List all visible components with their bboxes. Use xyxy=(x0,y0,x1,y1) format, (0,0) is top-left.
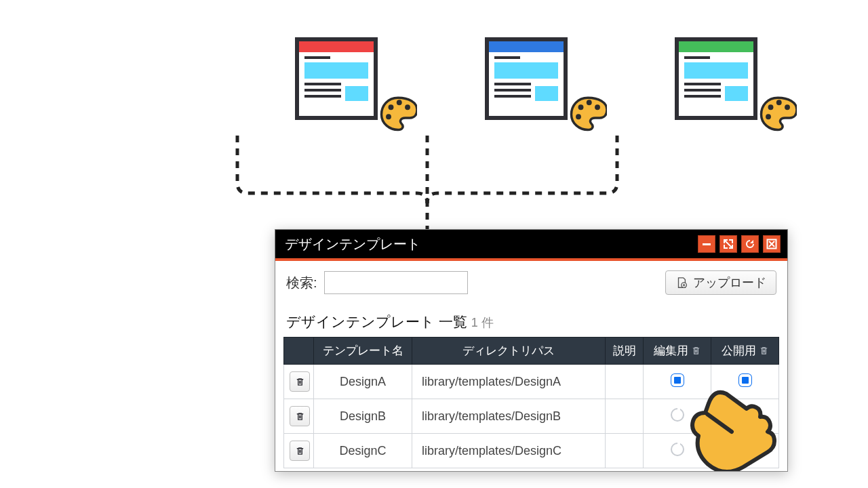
palette-icon xyxy=(569,94,607,132)
search-label: 検索: xyxy=(286,274,317,292)
table-row: DesignA library/templates/DesignA xyxy=(284,365,779,399)
search-input[interactable] xyxy=(324,271,468,294)
list-count-value: 1 xyxy=(471,316,478,329)
cell-description xyxy=(606,434,644,468)
trash-icon xyxy=(295,377,305,387)
template-thumbnail xyxy=(295,37,397,120)
svg-rect-12 xyxy=(703,243,711,245)
templates-table: テンプレート名 ディレクトリパス 説明 編集用 公開用 xyxy=(283,337,779,468)
row-delete-button[interactable] xyxy=(290,441,310,461)
edit-radio[interactable] xyxy=(671,374,684,386)
col-name: テンプレート名 xyxy=(314,338,412,365)
trash-icon xyxy=(295,446,305,456)
svg-point-5 xyxy=(587,100,592,105)
edit-radio[interactable] xyxy=(671,443,684,456)
svg-point-9 xyxy=(776,100,782,105)
svg-point-4 xyxy=(578,104,584,110)
expand-icon xyxy=(723,239,734,249)
minimize-icon xyxy=(701,239,712,249)
cell-directory-path: library/templates/DesignC xyxy=(412,434,606,468)
publish-radio[interactable] xyxy=(738,443,752,456)
list-heading: デザインテンプレート 一覧 1 件 xyxy=(275,299,787,337)
svg-point-10 xyxy=(785,104,790,110)
cell-directory-path: library/templates/DesignA xyxy=(412,365,606,399)
window-close-button[interactable] xyxy=(763,235,781,253)
trash-icon xyxy=(295,411,305,422)
col-path: ディレクトリパス xyxy=(412,338,606,365)
table-row: DesignC library/templates/DesignC xyxy=(284,434,779,468)
template-thumbnails xyxy=(295,37,776,120)
refresh-icon xyxy=(745,239,755,249)
table-row: DesignB library/templates/DesignB xyxy=(284,399,779,434)
col-delete xyxy=(284,338,314,365)
col-edit: 編集用 xyxy=(644,338,711,365)
col-desc: 説明 xyxy=(606,338,644,365)
template-thumbnail xyxy=(485,37,587,120)
cell-template-name: DesignA xyxy=(314,365,412,399)
col-publish: 公開用 xyxy=(711,338,779,365)
svg-point-1 xyxy=(397,100,402,105)
svg-point-6 xyxy=(595,104,600,110)
svg-point-2 xyxy=(405,104,410,110)
cell-template-name: DesignB xyxy=(314,399,412,434)
svg-point-3 xyxy=(386,114,391,119)
cell-template-name: DesignC xyxy=(314,434,412,468)
publish-radio[interactable] xyxy=(739,374,751,386)
upload-button[interactable]: アップロード xyxy=(665,270,776,295)
trash-icon xyxy=(759,346,769,356)
window-titlebar: デザインテンプレート xyxy=(275,230,787,258)
cell-description xyxy=(606,365,644,399)
publish-radio[interactable] xyxy=(738,408,752,422)
list-count-suffix: 件 xyxy=(481,316,494,329)
template-thumbnail xyxy=(675,37,776,120)
trash-icon xyxy=(691,346,701,356)
palette-icon xyxy=(379,94,417,132)
row-delete-button[interactable] xyxy=(290,371,310,392)
upload-icon xyxy=(675,277,688,289)
edit-radio[interactable] xyxy=(671,408,684,422)
upload-button-label: アップロード xyxy=(693,274,766,291)
window-maximize-button[interactable] xyxy=(719,235,737,253)
list-heading-text: デザインテンプレート 一覧 xyxy=(286,314,467,329)
window-minimize-button[interactable] xyxy=(698,235,715,253)
cell-description xyxy=(606,399,644,434)
svg-point-7 xyxy=(576,114,581,119)
toolbar: 検索: アップロード xyxy=(275,261,787,299)
palette-icon xyxy=(759,94,797,132)
close-icon xyxy=(766,239,777,249)
cell-directory-path: library/templates/DesignB xyxy=(412,399,606,434)
row-delete-button[interactable] xyxy=(290,406,310,426)
svg-point-11 xyxy=(766,114,771,119)
svg-point-8 xyxy=(768,104,774,110)
svg-point-0 xyxy=(389,104,394,110)
window-refresh-button[interactable] xyxy=(741,235,759,253)
window-title: デザインテンプレート xyxy=(285,235,694,253)
templates-table-body: DesignA library/templates/DesignA Design… xyxy=(284,365,779,468)
design-template-window: デザインテンプレート xyxy=(275,229,788,472)
